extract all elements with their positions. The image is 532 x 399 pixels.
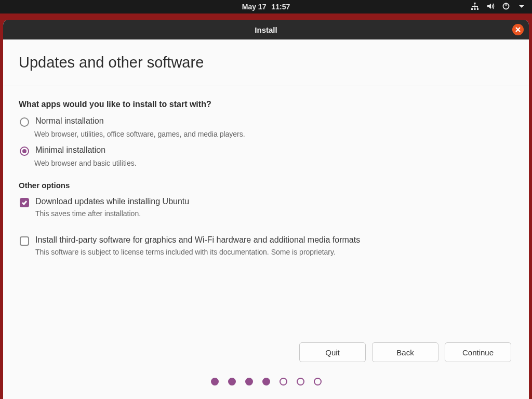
clock[interactable]: May 17 11:57 bbox=[242, 3, 290, 11]
option-normal-installation[interactable]: Normal installation bbox=[19, 116, 513, 127]
install-type-question: What apps would you like to install to s… bbox=[19, 100, 513, 109]
radio-minimal[interactable] bbox=[20, 147, 29, 156]
clock-date: May 17 bbox=[242, 3, 267, 11]
radio-normal[interactable] bbox=[20, 117, 29, 127]
chevron-down-icon[interactable] bbox=[517, 2, 526, 12]
svg-rect-7 bbox=[475, 6, 475, 8]
svg-rect-1 bbox=[471, 8, 473, 10]
checkbox-download-updates-desc: This saves time after installation. bbox=[35, 209, 189, 218]
radio-minimal-label: Minimal installation bbox=[35, 145, 105, 155]
checkbox-third-party-label: Install third-party software for graphic… bbox=[35, 235, 360, 245]
radio-minimal-desc: Web browser and basic utilities. bbox=[34, 159, 513, 167]
option-third-party[interactable]: Install third-party software for graphic… bbox=[19, 235, 513, 261]
checkbox-download-updates[interactable] bbox=[20, 198, 29, 207]
svg-rect-2 bbox=[474, 8, 476, 10]
progress-dot-6 bbox=[297, 378, 304, 385]
progress-dot-7 bbox=[314, 378, 322, 385]
close-icon bbox=[515, 27, 521, 32]
network-icon[interactable] bbox=[471, 2, 479, 12]
quit-button[interactable]: Quit bbox=[299, 342, 366, 362]
volume-icon[interactable] bbox=[486, 2, 495, 12]
power-icon[interactable] bbox=[502, 2, 510, 12]
progress-dot-4 bbox=[262, 378, 270, 385]
svg-rect-8 bbox=[477, 6, 478, 8]
svg-rect-4 bbox=[475, 4, 475, 6]
installer-window: Install Updates and other software What … bbox=[3, 20, 529, 399]
desktop-background: Install Updates and other software What … bbox=[0, 14, 532, 399]
system-topbar: May 17 11:57 bbox=[0, 0, 532, 14]
clock-time: 11:57 bbox=[271, 3, 290, 11]
continue-button[interactable]: Continue bbox=[445, 342, 511, 362]
checkbox-third-party-desc: This software is subject to license term… bbox=[35, 248, 360, 256]
window-title: Install bbox=[255, 25, 277, 34]
svg-rect-6 bbox=[472, 6, 472, 8]
radio-normal-label: Normal installation bbox=[35, 116, 104, 126]
divider bbox=[3, 86, 529, 86]
progress-dot-1 bbox=[211, 378, 219, 385]
option-download-updates[interactable]: Download updates while installing Ubuntu… bbox=[19, 197, 513, 223]
progress-dot-2 bbox=[228, 378, 236, 385]
svg-rect-0 bbox=[474, 3, 476, 4]
window-titlebar: Install bbox=[3, 20, 529, 39]
option-minimal-installation[interactable]: Minimal installation bbox=[19, 145, 513, 156]
checkmark-icon bbox=[21, 200, 28, 206]
progress-dots bbox=[19, 378, 513, 399]
page-title: Updates and other software bbox=[19, 54, 513, 71]
checkbox-third-party[interactable] bbox=[20, 236, 29, 246]
close-button[interactable] bbox=[512, 24, 524, 35]
progress-dot-3 bbox=[245, 378, 253, 385]
system-tray bbox=[471, 2, 526, 12]
checkbox-download-updates-label: Download updates while installing Ubuntu bbox=[35, 197, 189, 206]
installer-content: Updates and other software What apps wou… bbox=[3, 39, 529, 399]
other-options-heading: Other options bbox=[19, 181, 513, 190]
svg-rect-3 bbox=[477, 8, 478, 10]
svg-rect-10 bbox=[506, 3, 507, 6]
footer-buttons: Quit Back Continue bbox=[19, 342, 513, 378]
radio-normal-desc: Web browser, utilities, office software,… bbox=[34, 130, 513, 138]
back-button[interactable]: Back bbox=[372, 342, 438, 362]
progress-dot-5 bbox=[280, 378, 287, 385]
